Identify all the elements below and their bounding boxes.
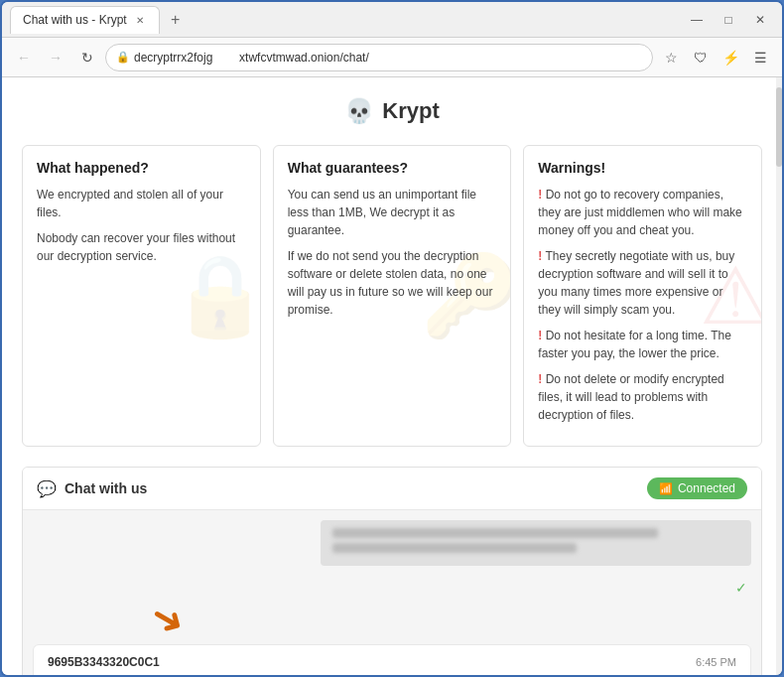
blurred-row-2 xyxy=(332,543,577,553)
message-id: 9695B3343320C0C1 xyxy=(48,655,160,669)
forward-button[interactable]: → xyxy=(42,44,69,71)
title-bar: Chat with us - Krypt ✕ + — □ ✕ xyxy=(2,2,782,38)
connected-badge: 📶 Connected xyxy=(647,477,747,499)
warnings-heading: Warnings! xyxy=(538,160,747,176)
message-checkmark: ✓ xyxy=(33,580,751,596)
cards-row: 🔒 What happened? We encrypted and stolen… xyxy=(22,145,762,447)
page-content: tsk-tow 💀 Krypt 🔒 What happened? We encr… xyxy=(2,77,782,675)
extensions-button[interactable]: ⚡ xyxy=(717,44,744,71)
back-button[interactable]: ← xyxy=(10,44,38,71)
message-time: 6:45 PM xyxy=(696,656,736,668)
what-happened-heading: What happened? xyxy=(37,160,246,176)
refresh-button[interactable]: ↻ xyxy=(73,44,101,71)
chat-body[interactable]: ✓ ➜ 9695B3343320C0C1 6:45 PM The price f… xyxy=(23,510,761,675)
nav-bar: ← → ↻ 🔒 decryptrrx2fojg xtwfcvtmwad.onio… xyxy=(2,38,782,77)
what-guarantees-card: 🔑 What guarantees? You can send us an un… xyxy=(273,145,512,447)
browser-window: Chat with us - Krypt ✕ + — □ ✕ ← → ↻ 🔒 d… xyxy=(0,0,784,677)
connected-label: Connected xyxy=(678,481,735,495)
message-header: 9695B3343320C0C1 6:45 PM xyxy=(48,655,736,669)
what-guarantees-para2: If we do not send you the decryption sof… xyxy=(288,247,497,319)
skull-icon: 💀 xyxy=(344,97,374,125)
what-guarantees-heading: What guarantees? xyxy=(288,160,497,176)
menu-button[interactable]: ☰ xyxy=(746,44,774,71)
shield-button[interactable]: 🛡 xyxy=(687,44,715,71)
close-button[interactable]: ✕ xyxy=(746,8,774,32)
tab-close-button[interactable]: ✕ xyxy=(133,13,147,27)
nav-actions: ☆ 🛡 ⚡ ☰ xyxy=(657,44,774,71)
minimize-button[interactable]: — xyxy=(683,8,711,32)
page-title: Krypt xyxy=(382,98,439,124)
wifi-icon: 📶 xyxy=(659,482,673,495)
warning-item-3: ! Do not hesitate for a long time. The f… xyxy=(538,327,747,362)
chat-message: 9695B3343320C0C1 6:45 PM The price for y… xyxy=(33,644,751,675)
blurred-row-1 xyxy=(332,528,658,538)
lock-icon: 🔒 xyxy=(116,51,130,64)
chat-title: 💬 Chat with us xyxy=(37,479,147,498)
arrow-area: ➜ xyxy=(33,596,751,640)
address-bar[interactable]: 🔒 decryptrrx2fojg xtwfcvtmwad.onion/chat… xyxy=(105,44,653,71)
window-controls: — □ ✕ xyxy=(683,8,774,32)
chat-icon: 💬 xyxy=(37,479,57,498)
warning-item-4: ! Do not delete or modify encrypted file… xyxy=(538,370,747,424)
what-happened-para2: Nobody can recover your files without ou… xyxy=(37,229,246,265)
new-tab-button[interactable]: + xyxy=(164,8,188,32)
warning-item-1: ! Do not go to recovery companies, they … xyxy=(538,186,747,239)
url-text: decryptrrx2fojg xtwfcvtmwad.onion/chat/ xyxy=(134,51,642,65)
what-happened-para1: We encrypted and stolen all of your file… xyxy=(37,186,246,221)
scrollbar[interactable] xyxy=(776,77,782,675)
krypt-header: 💀 Krypt xyxy=(22,97,762,125)
arrow-icon: ➜ xyxy=(143,591,195,647)
scrollbar-thumb[interactable] xyxy=(776,87,782,167)
chat-title-label: Chat with us xyxy=(65,480,147,496)
tab-title: Chat with us - Krypt xyxy=(23,13,127,27)
warnings-card: ⚠ Warnings! ! Do not go to recovery comp… xyxy=(523,145,762,447)
chat-header: 💬 Chat with us 📶 Connected xyxy=(23,468,761,510)
blurred-message xyxy=(321,520,751,566)
browser-tab[interactable]: Chat with us - Krypt ✕ xyxy=(10,6,160,34)
chat-section: 💬 Chat with us 📶 Connected ✓ xyxy=(22,467,762,675)
warning-item-2: ! They secretly negotiate with us, buy d… xyxy=(538,247,747,319)
bookmark-button[interactable]: ☆ xyxy=(657,44,685,71)
what-happened-card: 🔒 What happened? We encrypted and stolen… xyxy=(22,145,261,447)
maximize-button[interactable]: □ xyxy=(715,8,742,32)
what-guarantees-para1: You can send us an unimportant file less… xyxy=(288,186,497,239)
